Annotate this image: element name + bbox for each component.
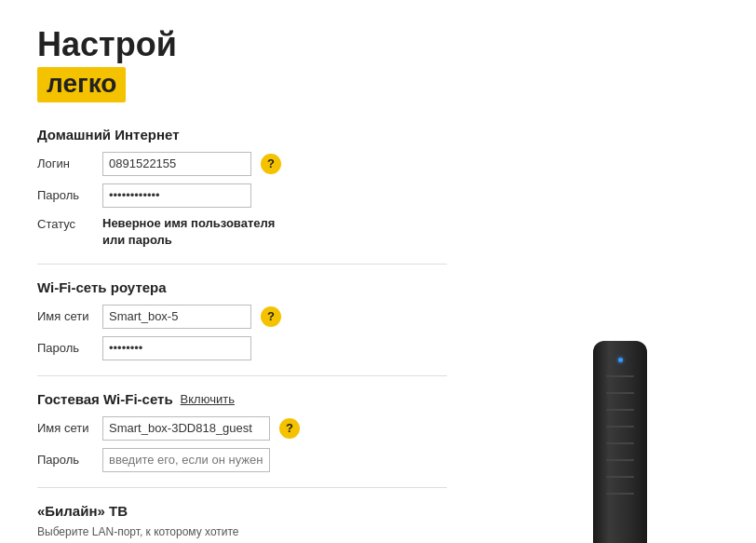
header-title: Настрой xyxy=(37,26,447,63)
guest-ssid-label: Имя сети xyxy=(37,421,102,435)
guest-enable-link[interactable]: Включить xyxy=(181,392,235,406)
internet-password-label: Пароль xyxy=(37,188,102,202)
left-panel: Настрой легко Домашний Интернет Логин ? … xyxy=(0,0,484,543)
divider-1 xyxy=(37,264,447,265)
right-panel xyxy=(484,0,756,543)
wifi-password-row: Пароль xyxy=(37,336,447,360)
tv-section-title: «Билайн» ТВ xyxy=(37,503,447,519)
router-image xyxy=(564,319,676,543)
router-line-2 xyxy=(606,392,634,394)
router-line-4 xyxy=(606,426,634,428)
login-row: Логин ? xyxy=(37,152,447,176)
guest-help-icon[interactable]: ? xyxy=(279,418,300,439)
guest-password-input[interactable] xyxy=(102,448,270,472)
router-body xyxy=(593,341,647,543)
guest-section-header: Гостевая Wi-Fi-сеть Включить xyxy=(37,391,447,407)
divider-2 xyxy=(37,375,447,376)
router-line-5 xyxy=(606,442,634,444)
wifi-section-title: Wi-Fi-сеть роутера xyxy=(37,279,447,295)
login-label: Логин xyxy=(37,156,102,170)
guest-password-label: Пароль xyxy=(37,453,102,467)
internet-password-input[interactable] xyxy=(102,183,251,208)
divider-3 xyxy=(37,487,447,488)
wifi-ssid-row: Имя сети ? xyxy=(37,305,447,329)
wifi-help-icon[interactable]: ? xyxy=(261,306,281,327)
status-text: Неверное имя пользователяили пароль xyxy=(102,215,275,249)
router-line-1 xyxy=(606,375,634,377)
login-input[interactable] xyxy=(102,152,251,176)
wifi-ssid-label: Имя сети xyxy=(37,309,102,323)
router-line-6 xyxy=(606,459,634,461)
page-wrapper: Настрой легко Домашний Интернет Логин ? … xyxy=(0,0,756,543)
wifi-ssid-input[interactable] xyxy=(102,305,251,329)
guest-password-row: Пароль xyxy=(37,448,447,472)
internet-help-icon[interactable]: ? xyxy=(261,154,281,174)
internet-section-title: Домашний Интернет xyxy=(37,127,447,143)
header-badge: легко xyxy=(37,67,126,102)
guest-ssid-row: Имя сети ? xyxy=(37,416,447,441)
router-line-3 xyxy=(606,409,634,411)
wifi-password-label: Пароль xyxy=(37,341,102,355)
status-row: Статус Неверное имя пользователяили паро… xyxy=(37,215,447,249)
status-label: Статус xyxy=(37,215,102,231)
guest-section-title: Гостевая Wi-Fi-сеть xyxy=(37,391,173,407)
router-line-8 xyxy=(606,493,634,495)
router-led-row xyxy=(606,375,634,495)
internet-password-row: Пароль xyxy=(37,183,447,208)
tv-description: Выберите LAN-порт, к которому хотитеподк… xyxy=(37,524,447,543)
router-line-7 xyxy=(606,476,634,478)
wifi-password-input[interactable] xyxy=(102,336,251,360)
router-led-top xyxy=(618,358,623,362)
guest-ssid-input[interactable] xyxy=(102,416,270,441)
